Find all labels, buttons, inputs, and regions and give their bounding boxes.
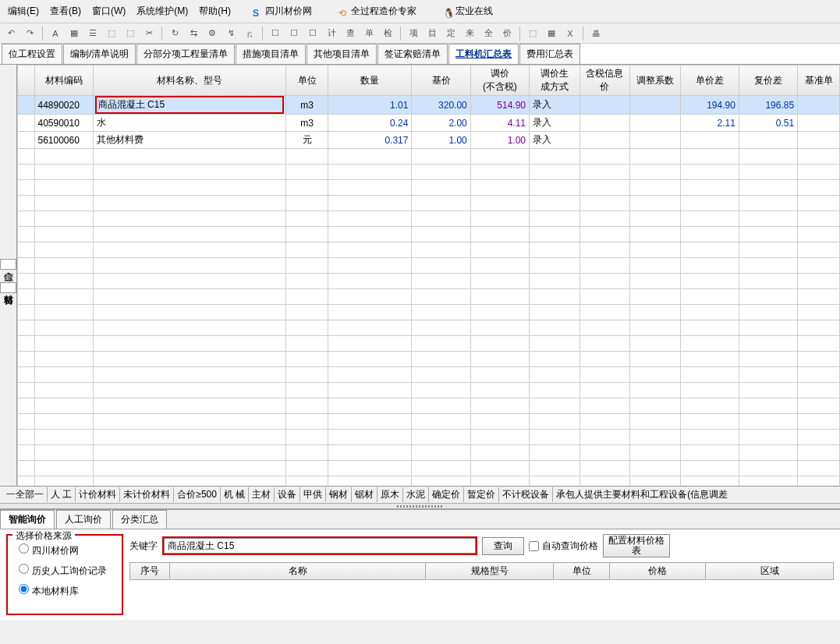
toolbar-btn[interactable]: 单 — [361, 26, 377, 41]
result-col-header[interactable]: 价格 — [610, 563, 706, 580]
table-row[interactable] — [18, 211, 840, 227]
table-row[interactable] — [18, 289, 840, 305]
filter-tab[interactable]: 暂定价 — [463, 487, 498, 502]
toolbar-btn[interactable]: ☐ — [268, 26, 283, 41]
source-option[interactable]: 历史人工询价记录 — [12, 561, 117, 581]
source-option[interactable]: 本地材料库 — [12, 581, 117, 601]
table-row[interactable] — [18, 398, 840, 414]
filter-tab[interactable]: 承包人提供主要材料和工程设备(信息调差 — [552, 487, 731, 502]
table-row[interactable] — [18, 414, 840, 430]
table-row[interactable]: 44890020商品混凝土 C15m31.01320.00514.90录入194… — [18, 96, 840, 115]
splitter[interactable] — [0, 503, 840, 509]
filter-tab[interactable]: 设备 — [274, 487, 299, 502]
result-col-header[interactable]: 序号 — [130, 563, 170, 580]
filter-tab[interactable]: 未计价材料 — [119, 487, 173, 502]
menu-edit[interactable]: 编辑(E) — [3, 3, 44, 19]
results-grid[interactable]: 序号名称规格型号单位价格区域 — [129, 562, 834, 580]
vtab-1[interactable]: 暂估材料 — [0, 282, 16, 293]
auto-query-checkbox[interactable]: 自动查询价格 — [529, 540, 598, 553]
filter-tab[interactable]: 原木 — [377, 487, 402, 502]
result-col-header[interactable]: 单位 — [554, 563, 610, 580]
toolbar-btn[interactable]: 价 — [499, 26, 515, 41]
toolbar-btn[interactable]: 计 — [324, 26, 339, 41]
menu-help[interactable]: 帮助(H) — [194, 3, 236, 19]
col-header[interactable]: 含税信息 价 — [579, 65, 630, 96]
toolbar-btn[interactable]: ⬚ — [122, 26, 138, 41]
filter-tab[interactable]: 甲供 — [299, 487, 325, 502]
materials-grid[interactable]: 材料编码材料名称、型号单位数量基价调价 (不含税)调价生 成方式含税信息 价调整… — [17, 65, 840, 486]
table-row[interactable] — [18, 196, 840, 211]
toolbar-btn[interactable]: ⬚ — [525, 26, 541, 41]
tab-5[interactable]: 签证索赔清单 — [377, 44, 448, 64]
menu-ext-1[interactable]: ⟲全过程造价专家 — [329, 2, 426, 21]
filter-tab[interactable]: 不计税设备 — [498, 487, 552, 502]
filter-tab[interactable]: 确定价 — [428, 487, 463, 502]
result-col-header[interactable]: 规格型号 — [426, 563, 554, 580]
query-button[interactable]: 查询 — [482, 537, 524, 555]
tab-2[interactable]: 分部分项工程量清单 — [136, 44, 235, 64]
col-header[interactable]: 调价生 成方式 — [530, 65, 580, 96]
source-option[interactable]: 四川材价网 — [12, 540, 117, 561]
table-row[interactable] — [18, 383, 840, 398]
filter-tab[interactable]: 合价≥500 — [173, 487, 220, 502]
table-row[interactable]: 56100060其他材料费元0.3171.001.00录入 — [18, 132, 840, 149]
col-header[interactable]: 调整系数 — [630, 65, 681, 96]
table-row[interactable] — [18, 305, 840, 320]
col-header[interactable]: 单位 — [286, 65, 328, 96]
col-header[interactable]: 材料名称、型号 — [93, 65, 285, 96]
table-row[interactable] — [18, 367, 840, 383]
toolbar-btn[interactable]: ↻ — [167, 26, 183, 41]
tab-3[interactable]: 措施项目清单 — [236, 44, 306, 64]
filter-tab[interactable]: 计价材料 — [75, 487, 119, 502]
table-row[interactable] — [18, 180, 840, 196]
toolbar-btn[interactable]: 全 — [480, 26, 496, 41]
toolbar-btn[interactable]: ↯ — [223, 26, 239, 41]
col-header[interactable]: 材料编码 — [34, 65, 93, 96]
toolbar-btn[interactable]: ✂ — [141, 26, 157, 41]
tab-6[interactable]: 工料机汇总表 — [448, 44, 519, 64]
panel-tab[interactable]: 智能询价 — [0, 510, 55, 529]
filter-tab[interactable]: 水泥 — [402, 487, 428, 502]
toolbar-btn[interactable]: ☐ — [305, 26, 321, 41]
toolbar-btn[interactable]: ⇆ — [186, 26, 201, 41]
panel-tab[interactable]: 分类汇总 — [112, 510, 167, 529]
toolbar-btn[interactable]: 检 — [380, 26, 395, 41]
toolbar-btn[interactable]: ↶ — [3, 26, 19, 41]
col-header[interactable]: 复价差 — [739, 65, 797, 96]
toolbar-btn[interactable]: ⎌ — [242, 26, 257, 41]
table-row[interactable] — [18, 476, 840, 487]
table-row[interactable] — [18, 430, 840, 445]
toolbar-btn[interactable]: 🖶 — [588, 26, 604, 41]
toolbar-btn[interactable]: ⬚ — [104, 26, 119, 41]
col-header[interactable]: 基准单 — [798, 65, 840, 96]
toolbar-btn[interactable]: ☐ — [286, 26, 302, 41]
filter-tab[interactable]: 机 械 — [220, 487, 248, 502]
table-row[interactable] — [18, 149, 840, 165]
tab-7[interactable]: 费用汇总表 — [519, 44, 580, 64]
table-row[interactable] — [18, 258, 840, 274]
toolbar-btn[interactable]: 来 — [462, 26, 477, 41]
menu-system[interactable]: 系统维护(M) — [132, 3, 193, 19]
toolbar-btn[interactable]: 定 — [443, 26, 459, 41]
table-row[interactable]: 40590010水m30.242.004.11录入2.110.51 — [18, 115, 840, 132]
keyword-input[interactable] — [164, 538, 476, 554]
panel-tab[interactable]: 人工询价 — [56, 510, 111, 529]
tab-0[interactable]: 位工程设置 — [2, 44, 62, 64]
filter-tab[interactable]: 一全部一 — [3, 487, 47, 502]
toolbar-btn[interactable]: A — [48, 26, 63, 41]
toolbar-btn[interactable]: ☰ — [85, 26, 101, 41]
table-row[interactable] — [18, 242, 840, 258]
menu-ext-2[interactable]: 🐧宏业在线 — [434, 2, 502, 21]
filter-tab[interactable]: 主材 — [248, 487, 274, 502]
toolbar-btn[interactable]: 目 — [424, 26, 440, 41]
table-row[interactable] — [18, 320, 840, 336]
toolbar-btn[interactable]: ▦ — [544, 26, 559, 41]
table-row[interactable] — [18, 165, 840, 180]
toolbar-btn[interactable]: 项 — [406, 26, 421, 41]
col-header[interactable]: 调价 (不含税) — [470, 65, 529, 96]
table-row[interactable] — [18, 336, 840, 352]
vtab-0[interactable]: 综合 — [0, 259, 16, 270]
filter-tab[interactable]: 锯材 — [351, 487, 377, 502]
table-row[interactable] — [18, 445, 840, 461]
col-header[interactable]: 基价 — [412, 65, 470, 96]
